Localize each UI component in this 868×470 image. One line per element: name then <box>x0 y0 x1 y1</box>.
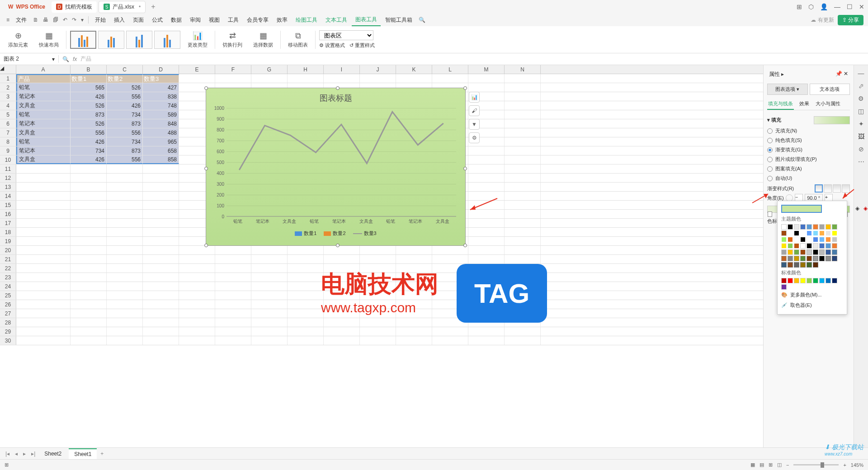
cell[interactable] <box>71 282 107 291</box>
cell[interactable] <box>107 219 143 227</box>
color-swatch[interactable] <box>813 262 818 268</box>
cell[interactable] <box>505 74 541 83</box>
reset-style-button[interactable]: ↺ 重置样式 <box>349 42 375 49</box>
cell[interactable] <box>288 291 324 300</box>
cell[interactable] <box>432 336 468 345</box>
cell[interactable] <box>143 201 179 209</box>
color-swatch[interactable] <box>819 224 825 230</box>
cell[interactable] <box>324 318 360 327</box>
color-swatch[interactable] <box>794 230 799 236</box>
cell[interactable]: 产品 <box>16 74 71 83</box>
color-swatch[interactable] <box>800 249 806 255</box>
cell[interactable] <box>16 255 71 263</box>
cell[interactable] <box>71 183 107 191</box>
cursor-icon[interactable]: ⬀ <box>859 82 864 89</box>
cell[interactable] <box>505 110 541 119</box>
color-swatch[interactable] <box>832 278 837 283</box>
cell[interactable] <box>179 327 215 336</box>
undo-icon[interactable]: ↶ <box>61 16 69 24</box>
tab-member[interactable]: 会员专享 <box>243 14 272 26</box>
cell[interactable] <box>360 318 396 327</box>
cell[interactable] <box>468 174 505 182</box>
color-swatch[interactable] <box>794 249 799 255</box>
cell[interactable] <box>71 192 107 200</box>
cell[interactable] <box>71 300 107 309</box>
select-all-corner[interactable]: ◢ <box>0 65 16 74</box>
cell[interactable] <box>468 327 505 336</box>
auto-fill-radio[interactable]: 自动(U) <box>767 174 850 183</box>
cell[interactable] <box>288 300 324 309</box>
cell[interactable]: 873 <box>71 110 107 119</box>
cell[interactable] <box>215 318 251 327</box>
cell[interactable] <box>16 282 71 291</box>
color-swatch[interactable] <box>832 249 837 255</box>
cell[interactable] <box>215 255 251 263</box>
cell[interactable]: 556 <box>107 92 143 101</box>
color-swatch[interactable] <box>794 256 799 261</box>
resize-handle[interactable] <box>336 86 340 90</box>
color-swatch[interactable] <box>826 243 831 249</box>
cell[interactable] <box>468 164 505 173</box>
fill-line-tab[interactable]: 填充与线条 <box>767 99 794 110</box>
cell[interactable]: 426 <box>71 137 107 146</box>
cell[interactable] <box>143 282 179 291</box>
tab-smart-toolbox[interactable]: 智能工具箱 <box>382 14 416 26</box>
cell[interactable] <box>251 327 288 336</box>
color-swatch[interactable] <box>819 256 825 261</box>
cell[interactable] <box>324 327 360 336</box>
cell[interactable]: 笔记本 <box>16 119 71 128</box>
cell[interactable] <box>143 183 179 191</box>
update-button[interactable]: ☁有更新 <box>811 16 834 24</box>
picture-fill-radio[interactable]: 图片或纹理填充(P) <box>767 155 850 164</box>
chart-styles-icon[interactable]: 🖌 <box>469 105 480 116</box>
cell[interactable] <box>16 264 71 273</box>
cell[interactable] <box>71 201 107 209</box>
color-swatch[interactable] <box>819 243 825 249</box>
color-swatch[interactable] <box>794 243 799 249</box>
resize-handle[interactable] <box>204 167 208 170</box>
cell[interactable] <box>16 318 71 327</box>
color-swatch[interactable] <box>788 256 793 261</box>
new-tab-button[interactable]: + <box>147 3 159 11</box>
cell[interactable] <box>505 146 541 155</box>
cell[interactable] <box>288 246 324 254</box>
color-swatch[interactable] <box>819 230 825 236</box>
cell[interactable] <box>288 336 324 345</box>
add-sheet-icon[interactable]: + <box>99 451 105 457</box>
pin-icon[interactable]: 📌 <box>835 70 842 77</box>
cell[interactable] <box>143 228 179 236</box>
cell[interactable]: 数量3 <box>143 74 179 83</box>
cell[interactable] <box>16 228 71 236</box>
zoom-value[interactable]: 145% <box>851 462 863 468</box>
cell[interactable] <box>143 291 179 300</box>
pattern-fill-radio[interactable]: 图案填充(A) <box>767 164 850 174</box>
cell[interactable] <box>143 273 179 282</box>
cell[interactable] <box>288 282 324 291</box>
chart-elements-icon[interactable]: 📊 <box>469 92 480 103</box>
select-data-button[interactable]: ▦选择数据 <box>250 29 277 50</box>
cell[interactable] <box>179 300 215 309</box>
cell[interactable]: 426 <box>71 155 107 164</box>
close-panel-icon[interactable]: ✕ <box>844 70 848 77</box>
cell[interactable] <box>107 183 143 191</box>
cell[interactable] <box>71 291 107 300</box>
cell[interactable] <box>71 246 107 254</box>
cell[interactable] <box>432 246 468 254</box>
cell[interactable] <box>288 318 324 327</box>
qat-dropdown-icon[interactable]: ▾ <box>79 16 85 24</box>
more-icon[interactable]: ⋯ <box>858 158 864 165</box>
cell[interactable]: 556 <box>107 128 143 137</box>
col-header-M[interactable]: M <box>468 65 505 74</box>
color-swatch[interactable] <box>819 249 825 255</box>
cell[interactable]: 748 <box>143 101 179 110</box>
col-header-A[interactable]: A <box>16 65 71 74</box>
cell[interactable] <box>505 336 541 345</box>
tab-efficiency[interactable]: 效率 <box>273 14 291 26</box>
sheet-tab-sheet1[interactable]: Sheet1 <box>69 448 97 459</box>
chart-style-1[interactable] <box>70 31 96 49</box>
cell[interactable] <box>324 74 360 83</box>
cell[interactable] <box>143 255 179 263</box>
cell[interactable] <box>143 210 179 218</box>
cell[interactable] <box>251 336 288 345</box>
color-swatch[interactable] <box>788 224 793 230</box>
